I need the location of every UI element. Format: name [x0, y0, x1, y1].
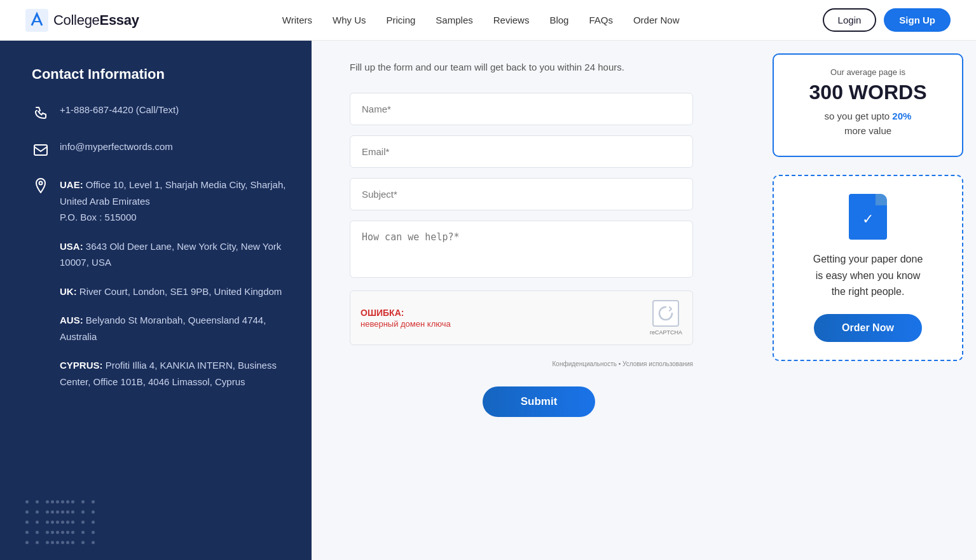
nav-samples[interactable]: Samples: [436, 15, 472, 25]
captcha-error-text: неверный домен ключа: [361, 319, 451, 329]
subject-input[interactable]: [350, 178, 693, 210]
order-now-button[interactable]: Order Now: [814, 314, 922, 342]
page-body: Contact Information +1-888-687-4420 (Cal…: [0, 41, 976, 560]
words-card-big: 300 WORDS: [787, 81, 949, 104]
words-card-bottom: so you get upto 20% more value: [787, 109, 949, 138]
logo[interactable]: CollegeEssay: [25, 9, 139, 32]
location-icon: [32, 177, 50, 195]
dot-pattern-2: [51, 500, 98, 547]
contact-sidebar: Contact Information +1-888-687-4420 (Cal…: [0, 41, 312, 560]
paper-card: ✓ Getting your paper doneis easy when yo…: [773, 175, 963, 361]
nav-order-now[interactable]: Order Now: [633, 15, 680, 25]
addresses-block: UAE: Office 10, Level 1, Sharjah Media C…: [60, 177, 286, 402]
signup-button[interactable]: Sign Up: [884, 8, 951, 32]
contact-form-area: Fill up the form and our team will get b…: [312, 41, 766, 560]
words-card-top: Our average page is: [787, 67, 949, 77]
address-cyprus: CYPRUS: Profiti Illia 4, KANKIA INTERN, …: [60, 357, 286, 390]
form-subtitle: Fill up the form and our team will get b…: [350, 60, 693, 75]
words-card: Our average page is 300 WORDS so you get…: [773, 53, 963, 157]
email-icon: [32, 141, 50, 159]
name-input[interactable]: [350, 93, 693, 125]
svg-rect-1: [34, 145, 47, 155]
captcha-footer: Конфиденциальность • Условия использован…: [350, 360, 693, 367]
nav-blog[interactable]: Blog: [549, 15, 568, 25]
message-input[interactable]: [350, 221, 693, 278]
phone-text: +1-888-687-4420 (Call/Text): [60, 103, 179, 118]
address-uae: UAE: Office 10, Level 1, Sharjah Media C…: [60, 177, 286, 226]
logo-icon: [25, 9, 48, 32]
captcha-brand-area: reCAPTCHA: [650, 300, 682, 336]
paper-icon: ✓: [849, 194, 887, 240]
email-input[interactable]: [350, 135, 693, 168]
captcha-brand-label: reCAPTCHA: [650, 329, 682, 336]
svg-point-2: [39, 182, 43, 185]
captcha-error-area: ОШИБКА: неверный домен ключа: [361, 308, 451, 329]
check-mark: ✓: [862, 211, 874, 228]
address-aus: AUS: Belyando St Moranbah, Queensland 47…: [60, 312, 286, 345]
main-nav: Writers Why Us Pricing Samples Reviews B…: [282, 15, 680, 25]
captcha-box: ОШИБКА: неверный домен ключа reCAPTCHA: [350, 290, 693, 345]
nav-reviews[interactable]: Reviews: [493, 15, 530, 25]
paper-card-text: Getting your paper doneis easy when you …: [787, 251, 949, 300]
nav-writers[interactable]: Writers: [282, 15, 312, 25]
submit-button[interactable]: Submit: [483, 386, 596, 417]
sidebar-title: Contact Information: [32, 66, 286, 83]
address-item: UAE: Office 10, Level 1, Sharjah Media C…: [32, 177, 286, 402]
login-button[interactable]: Login: [823, 8, 877, 32]
email-text: info@myperfectwords.com: [60, 140, 173, 154]
nav-faqs[interactable]: FAQs: [589, 15, 613, 25]
captcha-icon-box: [652, 300, 679, 327]
address-usa: USA: 3643 Old Deer Lane, New York City, …: [60, 238, 286, 271]
address-uk: UK: River Court, London, SE1 9PB, United…: [60, 283, 286, 300]
nav-pricing[interactable]: Pricing: [387, 15, 416, 25]
phone-item: +1-888-687-4420 (Call/Text): [32, 103, 286, 122]
header: CollegeEssay Writers Why Us Pricing Samp…: [0, 0, 976, 41]
logo-text: CollegeEssay: [53, 12, 139, 29]
phone-icon: [32, 104, 50, 122]
email-item: info@myperfectwords.com: [32, 140, 286, 159]
header-actions: Login Sign Up: [823, 8, 951, 32]
right-panel: Our average page is 300 WORDS so you get…: [766, 41, 976, 560]
captcha-error-label: ОШИБКА:: [361, 308, 451, 318]
nav-why-us[interactable]: Why Us: [333, 15, 366, 25]
